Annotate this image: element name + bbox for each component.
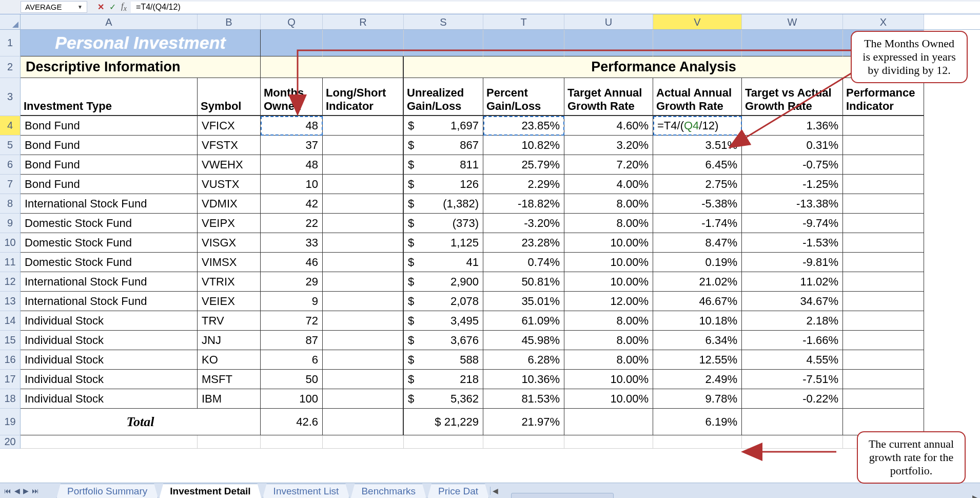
cell-V1[interactable] xyxy=(653,30,742,56)
cell-perf-indicator[interactable] xyxy=(843,155,924,175)
cell-months-owned[interactable]: 50 xyxy=(261,370,323,389)
cell-B20[interactable] xyxy=(198,435,261,449)
header-target-vs-actual[interactable]: Target vs Actual Growth Rate xyxy=(742,78,843,116)
row-header-3[interactable]: 3 xyxy=(0,78,21,116)
cell-perf-indicator[interactable] xyxy=(843,389,924,409)
cell-target-vs-actual[interactable]: 11.02% xyxy=(742,272,843,292)
cell-unrealized-gl[interactable]: $5,362 xyxy=(404,389,483,409)
cell-percent-gl[interactable]: 25.79% xyxy=(483,155,564,175)
cell-target-vs-actual[interactable]: 1.36% xyxy=(742,116,843,136)
cell-months-owned[interactable]: 22 xyxy=(261,214,323,233)
cell-symbol[interactable]: VIMSX xyxy=(198,253,261,272)
cell-target-vs-actual[interactable]: -1.25% xyxy=(742,175,843,194)
header-perf-indicator[interactable]: Performance Indicator xyxy=(843,78,924,116)
dropdown-icon[interactable]: ▼ xyxy=(77,4,83,10)
cell-months-owned[interactable]: 33 xyxy=(261,233,323,253)
cell-investment-type[interactable]: Domestic Stock Fund xyxy=(21,233,198,253)
cell-actual-rate[interactable]: 2.75% xyxy=(653,175,742,194)
cell-investment-type[interactable]: Individual Stock xyxy=(21,350,198,370)
cell-S20[interactable] xyxy=(404,435,483,449)
cell-Q20[interactable] xyxy=(261,435,323,449)
fx-icon[interactable]: fx xyxy=(121,1,127,13)
cell-long-short[interactable] xyxy=(323,136,404,155)
header-target-rate[interactable]: Target Annual Growth Rate xyxy=(564,78,653,116)
cell-T20[interactable] xyxy=(483,435,564,449)
cell-target-vs-actual[interactable]: -1.53% xyxy=(742,233,843,253)
cell-symbol[interactable]: VFSTX xyxy=(198,136,261,155)
cell-U1[interactable] xyxy=(564,30,653,56)
cell-symbol[interactable]: VUSTX xyxy=(198,175,261,194)
cell-symbol[interactable]: JNJ xyxy=(198,331,261,350)
cell-symbol[interactable]: VTRIX xyxy=(198,272,261,292)
cell-long-short[interactable] xyxy=(323,214,404,233)
cell-perf-indicator[interactable] xyxy=(843,253,924,272)
cell-investment-type[interactable]: Bond Fund xyxy=(21,155,198,175)
cell-target-vs-actual[interactable]: -9.74% xyxy=(742,214,843,233)
total-gl[interactable]: $ 21,229 xyxy=(404,409,483,435)
cell-actual-rate[interactable]: 10.18% xyxy=(653,311,742,331)
cell-percent-gl[interactable]: 10.36% xyxy=(483,370,564,389)
cell-investment-type[interactable]: International Stock Fund xyxy=(21,292,198,311)
cell-percent-gl[interactable]: 35.01% xyxy=(483,292,564,311)
row-header-2[interactable]: 2 xyxy=(0,56,21,78)
cell-target-vs-actual[interactable]: 4.55% xyxy=(742,350,843,370)
cell-perf-indicator[interactable] xyxy=(843,311,924,331)
cell-target-vs-actual[interactable]: -0.22% xyxy=(742,389,843,409)
cell-target-vs-actual[interactable]: -1.66% xyxy=(742,331,843,350)
total-U[interactable] xyxy=(564,409,653,435)
total-W[interactable] xyxy=(742,409,843,435)
cell-target-rate[interactable]: 8.00% xyxy=(564,311,653,331)
cell-perf-indicator[interactable] xyxy=(843,194,924,214)
row-header-19[interactable]: 19 xyxy=(0,409,21,435)
cell-actual-rate[interactable]: 21.02% xyxy=(653,272,742,292)
cell-S1[interactable] xyxy=(404,30,483,56)
row-header-14[interactable]: 14 xyxy=(0,311,21,331)
cell-target-rate[interactable]: 4.00% xyxy=(564,175,653,194)
accept-icon[interactable]: ✓ xyxy=(109,2,116,12)
cell-V20[interactable] xyxy=(653,435,742,449)
cell-unrealized-gl[interactable]: $41 xyxy=(404,253,483,272)
cell-investment-type[interactable]: Individual Stock xyxy=(21,389,198,409)
cell-percent-gl[interactable]: 23.85% xyxy=(483,116,564,136)
cell-target-vs-actual[interactable]: -0.75% xyxy=(742,155,843,175)
cell-long-short[interactable] xyxy=(323,331,404,350)
cell-W1[interactable] xyxy=(742,30,843,56)
cell-symbol[interactable]: MSFT xyxy=(198,370,261,389)
row-header-6[interactable]: 6 xyxy=(0,155,21,175)
cell-target-vs-actual[interactable]: 0.31% xyxy=(742,136,843,155)
section-descriptive[interactable]: Descriptive Information xyxy=(21,56,261,78)
cell-perf-indicator[interactable] xyxy=(843,370,924,389)
cell-target-rate[interactable]: 12.00% xyxy=(564,292,653,311)
cell-investment-type[interactable]: Individual Stock xyxy=(21,331,198,350)
cell-long-short[interactable] xyxy=(323,311,404,331)
row-header-1[interactable]: 1 xyxy=(0,30,21,56)
header-percent-gl[interactable]: Percent Gain/Loss xyxy=(483,78,564,116)
cell-unrealized-gl[interactable]: $588 xyxy=(404,350,483,370)
cell-long-short[interactable] xyxy=(323,350,404,370)
cell-unrealized-gl[interactable]: $126 xyxy=(404,175,483,194)
header-symbol[interactable]: Symbol xyxy=(198,78,261,116)
row-header-17[interactable]: 17 xyxy=(0,370,21,389)
cell-unrealized-gl[interactable]: $3,676 xyxy=(404,331,483,350)
cell-actual-rate[interactable]: -5.38% xyxy=(653,194,742,214)
cell-W20[interactable] xyxy=(742,435,843,449)
cell-investment-type[interactable]: International Stock Fund xyxy=(21,272,198,292)
row-header-9[interactable]: 9 xyxy=(0,214,21,233)
cell-U20[interactable] xyxy=(564,435,653,449)
cell-long-short[interactable] xyxy=(323,292,404,311)
cell-symbol[interactable]: VDMIX xyxy=(198,194,261,214)
cell-long-short[interactable] xyxy=(323,253,404,272)
total-act[interactable]: 6.19% xyxy=(653,409,742,435)
row-header-12[interactable]: 12 xyxy=(0,272,21,292)
cell-percent-gl[interactable]: 23.28% xyxy=(483,233,564,253)
cell-percent-gl[interactable]: 81.53% xyxy=(483,389,564,409)
cell-symbol[interactable]: TRV xyxy=(198,311,261,331)
cell-target-rate[interactable]: 8.00% xyxy=(564,194,653,214)
cell-perf-indicator[interactable] xyxy=(843,272,924,292)
row-header-15[interactable]: 15 xyxy=(0,331,21,350)
cell-percent-gl[interactable]: 2.29% xyxy=(483,175,564,194)
row-header-8[interactable]: 8 xyxy=(0,194,21,214)
cell-long-short[interactable] xyxy=(323,194,404,214)
cell-percent-gl[interactable]: 6.28% xyxy=(483,350,564,370)
cell-symbol[interactable]: VISGX xyxy=(198,233,261,253)
